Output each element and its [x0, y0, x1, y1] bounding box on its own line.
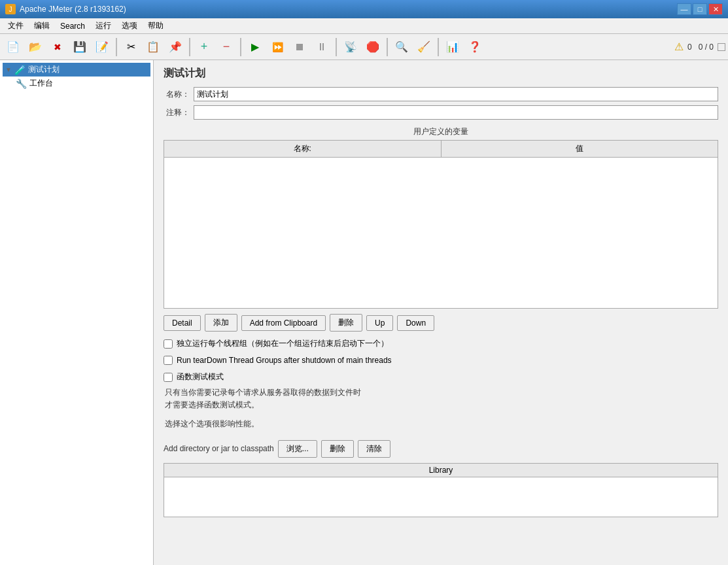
menu-edit[interactable]: 编辑 [29, 19, 55, 33]
cut-button[interactable]: ✂ [120, 37, 141, 58]
toolbar-sep-5 [387, 38, 388, 56]
menu-help[interactable]: 帮助 [143, 19, 169, 33]
col-value-header: 值 [441, 141, 718, 158]
name-row: 名称： [164, 87, 718, 101]
library-body [164, 477, 718, 517]
content-area: 测试计划 名称： 注释： 用户定义的变量 名称: 值 [154, 60, 728, 565]
checkbox-functional-mode-label: 函数测试模式 [177, 371, 224, 383]
sidebar-item-workbench[interactable]: 🔧 工作台 [3, 77, 150, 90]
clear-classpath-button[interactable]: 清除 [358, 440, 390, 458]
detail-button[interactable]: Detail [164, 315, 201, 331]
desc-line-3 [165, 411, 718, 418]
vars-section: 用户定义的变量 名称: 值 [164, 126, 718, 309]
toolbar-sep-2 [189, 38, 190, 56]
toolbar-sep-6 [438, 38, 439, 56]
library-section: Library [164, 463, 718, 517]
status-area: ⚠ 0 0 / 0 [674, 41, 725, 53]
toolbar-sep-4 [336, 38, 337, 56]
shutdown-button[interactable]: ⏸ [311, 37, 332, 58]
checkbox-functional-mode[interactable] [164, 373, 173, 382]
col-name-header: 名称: [164, 141, 441, 158]
browse-button[interactable]: 浏览... [278, 440, 317, 458]
vars-title: 用户定义的变量 [164, 126, 718, 137]
library-header: Library [164, 464, 718, 477]
close-button[interactable]: ✖ [47, 37, 68, 58]
save-button[interactable]: 💾 [69, 37, 90, 58]
vars-btn-row: Detail 添加 Add from Clipboard 删除 Up Down [164, 314, 718, 332]
checkbox-row-2: Run tearDown Thread Groups after shutdow… [164, 356, 718, 365]
menu-options[interactable]: 选项 [116, 19, 143, 33]
test-plan-icon: 🧪 [14, 65, 26, 75]
help-button[interactable]: ❓ [464, 37, 485, 58]
vars-table: 名称: 值 [164, 141, 718, 308]
classpath-label: Add directory or jar to classpath [164, 444, 274, 453]
tree-toggle: ▼ [5, 66, 12, 73]
title-bar: J Apache JMeter (2.8 r1393162) — □ ✕ [0, 0, 728, 18]
error-count: 0 / 0 [699, 43, 714, 52]
delete-vars-button[interactable]: 删除 [330, 314, 362, 332]
desc-line-2: 才需要选择函数测试模式。 [165, 399, 718, 411]
start-button[interactable]: ▶ [245, 37, 266, 58]
remove-button[interactable]: − [216, 37, 237, 58]
toolbar-sep-1 [116, 38, 117, 56]
menu-run[interactable]: 运行 [90, 19, 116, 33]
comment-label: 注释： [164, 107, 190, 118]
checkbox-teardown-label: Run tearDown Thread Groups after shutdow… [177, 356, 392, 365]
copy-button[interactable]: 📋 [143, 37, 164, 58]
up-button[interactable]: Up [366, 315, 393, 331]
status-box [718, 43, 725, 51]
title-text: Apache JMeter (2.8 r1393162) [20, 5, 677, 14]
classpath-row: Add directory or jar to classpath 浏览... … [164, 440, 718, 458]
paste-button[interactable]: 📌 [165, 37, 186, 58]
add-from-clipboard-button[interactable]: Add from Clipboard [241, 315, 326, 331]
comment-row: 注释： [164, 105, 718, 120]
down-button[interactable]: Down [397, 315, 434, 331]
description: 只有当你需要记录每个请求从服务器取得的数据到文件时 才需要选择函数测试模式。 选… [165, 386, 718, 431]
sidebar: ▼ 🧪 测试计划 🔧 工作台 [0, 60, 154, 565]
toolbar-sep-3 [240, 38, 241, 56]
maximize-btn[interactable]: □ [693, 3, 707, 15]
desc-line-4: 选择这个选项很影响性能。 [165, 418, 718, 430]
warning-count: 0 [687, 43, 692, 52]
search-button[interactable]: 🔍 [391, 37, 412, 58]
workbench-label: 工作台 [29, 78, 53, 89]
close-btn[interactable]: ✕ [708, 3, 723, 15]
delete-classpath-button[interactable]: 删除 [321, 440, 354, 458]
desc-line-1: 只有当你需要记录每个请求从服务器取得的数据到文件时 [165, 386, 718, 399]
saveas-button[interactable]: 📝 [92, 37, 113, 58]
main-layout: ▼ 🧪 测试计划 🔧 工作台 测试计划 名称： 注释： 用户定义的变量 [0, 60, 728, 565]
name-input[interactable] [194, 87, 718, 101]
app-icon: J [5, 4, 16, 14]
comment-input[interactable] [194, 105, 718, 120]
add-button[interactable]: + [194, 37, 215, 58]
clear-button[interactable]: 🧹 [413, 37, 434, 58]
new-button[interactable]: 📄 [3, 37, 24, 58]
sidebar-item-test-plan[interactable]: ▼ 🧪 测试计划 [3, 63, 150, 77]
checkbox-independent-groups-label: 独立运行每个线程组（例如在一个组运行结束后启动下一个） [177, 338, 389, 349]
checkbox-row-1: 独立运行每个线程组（例如在一个组运行结束后启动下一个） [164, 338, 718, 349]
stop-button[interactable]: ⏹ [289, 37, 310, 58]
remote-stop-button[interactable]: 🛑 [362, 37, 383, 58]
warning-icon: ⚠ [674, 41, 684, 53]
template-button[interactable]: 📊 [442, 37, 463, 58]
start-nopauses-button[interactable]: ⏩ [267, 37, 288, 58]
menu-search[interactable]: Search [55, 20, 90, 32]
open-button[interactable]: 📂 [25, 37, 46, 58]
menu-bar: 文件 编辑 Search 运行 选项 帮助 [0, 18, 728, 34]
page-title: 测试计划 [164, 67, 718, 80]
vars-table-wrapper: 名称: 值 [164, 140, 718, 309]
checkbox-row-3: 函数测试模式 [164, 371, 718, 383]
remote-start-button[interactable]: 📡 [340, 37, 361, 58]
checkbox-independent-groups[interactable] [164, 339, 173, 349]
name-label: 名称： [164, 89, 190, 100]
window-controls: — □ ✕ [677, 3, 723, 15]
add-vars-button[interactable]: 添加 [205, 314, 237, 332]
checkbox-teardown[interactable] [164, 356, 173, 365]
workbench-icon: 🔧 [16, 78, 27, 89]
vars-table-body [164, 158, 718, 308]
toolbar: 📄 📂 ✖ 💾 📝 ✂ 📋 📌 + − ▶ ⏩ ⏹ ⏸ 📡 🛑 🔍 🧹 📊 ❓ … [0, 34, 728, 60]
menu-file[interactable]: 文件 [3, 19, 29, 33]
test-plan-label: 测试计划 [28, 64, 60, 75]
minimize-btn[interactable]: — [677, 3, 691, 15]
